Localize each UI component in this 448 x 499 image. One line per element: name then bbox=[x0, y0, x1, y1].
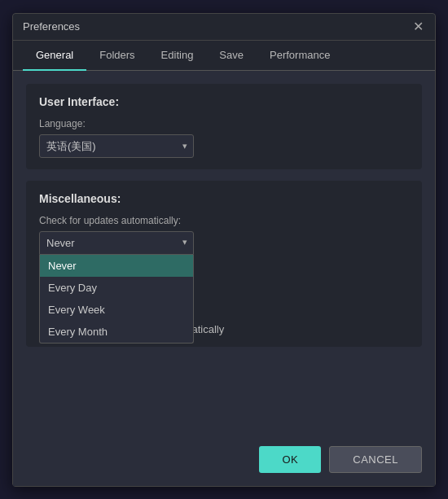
content-area: User Interface: Language: 英语(美国) ▾ Misce… bbox=[13, 71, 435, 436]
footer: OK CANCEL bbox=[13, 436, 435, 486]
language-select[interactable]: 英语(美国) bbox=[39, 134, 194, 158]
user-interface-section: User Interface: Language: 英语(美国) ▾ bbox=[26, 84, 422, 169]
tab-general[interactable]: General bbox=[23, 41, 86, 71]
updates-dropdown-container: Never ▾ Never Every Day Every Week Every… bbox=[39, 231, 409, 255]
tab-performance[interactable]: Performance bbox=[257, 41, 343, 71]
ok-button[interactable]: OK bbox=[259, 446, 321, 473]
dropdown-item-everyday[interactable]: Every Day bbox=[40, 277, 193, 299]
preferences-dialog: Preferences ✕ General Folders Editing Sa… bbox=[12, 13, 436, 487]
dialog-title: Preferences bbox=[23, 20, 80, 33]
close-button[interactable]: ✕ bbox=[411, 20, 425, 33]
tab-editing[interactable]: Editing bbox=[148, 41, 207, 71]
content-spacer bbox=[26, 358, 422, 423]
updates-label: Check for updates automatically: bbox=[39, 215, 409, 226]
dropdown-item-everymonth[interactable]: Every Month bbox=[40, 321, 193, 343]
language-label: Language: bbox=[39, 118, 409, 129]
dropdown-item-never[interactable]: Never bbox=[40, 255, 193, 277]
tab-folders[interactable]: Folders bbox=[86, 41, 147, 71]
title-bar: Preferences ✕ bbox=[13, 14, 435, 41]
updates-selected-value[interactable]: Never bbox=[39, 231, 194, 255]
dropdown-item-everyweek[interactable]: Every Week bbox=[40, 299, 193, 321]
cancel-button[interactable]: CANCEL bbox=[329, 446, 422, 473]
user-interface-title: User Interface: bbox=[39, 95, 409, 108]
tabs-bar: General Folders Editing Save Performance bbox=[13, 41, 435, 71]
language-select-wrapper: 英语(美国) ▾ bbox=[39, 134, 194, 158]
updates-select-box[interactable]: Never ▾ bbox=[39, 231, 194, 255]
miscellaneous-title: Miscellaneous: bbox=[39, 192, 409, 205]
tab-save[interactable]: Save bbox=[206, 41, 257, 71]
miscellaneous-section: Miscellaneous: Check for updates automat… bbox=[26, 181, 422, 347]
updates-dropdown-list: Never Every Day Every Week Every Month bbox=[39, 255, 194, 344]
